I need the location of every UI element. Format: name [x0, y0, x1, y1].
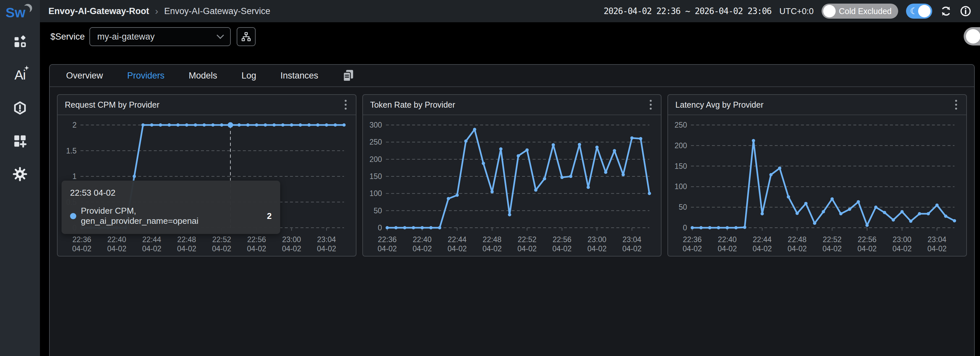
svg-text:23:04: 23:04 — [622, 235, 641, 244]
svg-text:300: 300 — [369, 121, 382, 129]
svg-text:1.5: 1.5 — [66, 146, 76, 155]
svg-text:22:48: 22:48 — [482, 235, 501, 244]
svg-text:04-02: 04-02 — [622, 245, 641, 253]
refresh-icon — [940, 5, 952, 17]
category-icon — [13, 34, 27, 49]
cold-excluded-label: Cold Excluded — [839, 6, 892, 16]
svg-text:23:04: 23:04 — [317, 235, 336, 244]
tab-log[interactable]: Log — [242, 71, 256, 81]
svg-text:22:56: 22:56 — [552, 235, 571, 244]
topology-button[interactable] — [237, 27, 256, 46]
sidebar-item-alerting[interactable] — [11, 100, 29, 116]
sidebar-item-dashboards[interactable] — [11, 33, 29, 50]
svg-text:150: 150 — [369, 172, 382, 181]
svg-text:04-02: 04-02 — [482, 245, 502, 253]
svg-text:04-02: 04-02 — [822, 245, 842, 253]
top-header: Envoy-AI-Gateway-Root › Envoy-AI-Gateway… — [40, 0, 980, 22]
tab-instances[interactable]: Instances — [280, 71, 318, 81]
svg-text:100: 100 — [369, 189, 382, 198]
line-chart-latency-avg[interactable]: 05010015020025022:3604-0222:4004-0222:44… — [668, 115, 966, 256]
tab-models[interactable]: Models — [189, 71, 217, 81]
time-range-picker[interactable]: 2026-04-02 22:36 ~ 2026-04-02 23:06 — [604, 6, 772, 16]
copy-dashboard-button[interactable] — [342, 69, 354, 82]
tab-overview[interactable]: Overview — [66, 71, 103, 81]
sidebar-item-ai[interactable]: Ai — [11, 67, 29, 83]
breadcrumb-root[interactable]: Envoy-AI-Gateway-Root — [48, 6, 149, 16]
svg-text:04-02: 04-02 — [718, 245, 737, 253]
info-icon — [960, 5, 972, 17]
svg-text:23:00: 23:00 — [282, 235, 301, 244]
svg-text:23:00: 23:00 — [892, 235, 912, 244]
svg-text:04-02: 04-02 — [142, 245, 161, 253]
svg-text:04-02: 04-02 — [317, 245, 336, 253]
series-dot-icon — [70, 213, 76, 219]
charts-row: Request CPM by Provider 00.511.5222:3604… — [50, 87, 974, 264]
toggle-knob — [918, 5, 931, 17]
line-chart-token-rate[interactable]: 05010015020025030022:3604-0222:4004-0222… — [363, 115, 661, 256]
kebab-menu-icon[interactable] — [648, 98, 654, 111]
service-label: $Service — [50, 32, 85, 42]
svg-text:250: 250 — [369, 138, 382, 146]
svg-text:04-02: 04-02 — [552, 245, 571, 253]
moon-icon: ☾ — [910, 7, 918, 16]
svg-text:04-02: 04-02 — [107, 245, 126, 253]
chart-card-latency-avg: Latency Avg by Provider 0501001502002502… — [667, 94, 967, 256]
svg-text:22:40: 22:40 — [718, 235, 737, 244]
svg-text:23:00: 23:00 — [587, 235, 606, 244]
svg-text:04-02: 04-02 — [282, 245, 301, 253]
svg-text:04-02: 04-02 — [447, 245, 467, 253]
service-select-value: my-ai-gateway — [97, 32, 155, 42]
info-button[interactable] — [960, 5, 972, 17]
sidebar: Sw Ai — [0, 0, 40, 356]
svg-text:22:40: 22:40 — [107, 235, 126, 244]
ai-icon: Ai — [14, 68, 25, 81]
dark-mode-toggle[interactable]: ☾ — [906, 3, 932, 19]
sitemap-icon — [241, 32, 251, 42]
svg-text:04-02: 04-02 — [788, 245, 807, 253]
alert-hexagon-icon — [13, 100, 27, 116]
svg-text:0: 0 — [683, 224, 687, 232]
timezone-label[interactable]: UTC+0:0 — [780, 6, 814, 16]
svg-text:22:48: 22:48 — [177, 235, 196, 244]
svg-text:04-02: 04-02 — [928, 245, 947, 253]
svg-text:04-02: 04-02 — [72, 245, 92, 253]
chart-tooltip: 22:53 04-02 Provider CPM, gen_ai_provide… — [62, 181, 280, 234]
kebab-menu-icon[interactable] — [343, 98, 348, 111]
svg-text:04-02: 04-02 — [177, 245, 196, 253]
breadcrumb-separator-icon: › — [155, 6, 158, 17]
svg-text:150: 150 — [675, 162, 687, 170]
view-toggle[interactable]: V — [964, 27, 980, 46]
refresh-button[interactable] — [940, 5, 952, 17]
svg-text:200: 200 — [675, 141, 687, 150]
toggle-knob — [966, 29, 980, 43]
svg-text:1: 1 — [72, 172, 76, 181]
chart-card-request-cpm: Request CPM by Provider 00.511.5222:3604… — [57, 94, 356, 256]
kebab-menu-icon[interactable] — [953, 98, 959, 111]
svg-text:22:44: 22:44 — [447, 235, 466, 244]
main-content: Overview Providers Models Log Instances … — [40, 51, 980, 356]
svg-text:22:44: 22:44 — [142, 235, 161, 244]
cold-excluded-toggle[interactable]: Cold Excluded — [822, 3, 898, 19]
svg-text:22:56: 22:56 — [858, 235, 877, 244]
svg-text:22:40: 22:40 — [413, 235, 432, 244]
breadcrumb-current[interactable]: Envoy-AI-Gateway-Service — [164, 6, 270, 16]
svg-text:04-02: 04-02 — [858, 245, 877, 253]
sidebar-item-settings[interactable] — [11, 165, 29, 183]
toggle-knob — [823, 5, 836, 17]
documents-icon — [342, 69, 354, 82]
svg-text:100: 100 — [675, 182, 687, 191]
svg-text:22:48: 22:48 — [788, 235, 807, 244]
skywalking-logo[interactable]: Sw — [5, 3, 35, 22]
service-toolbar: $Service my-ai-gateway V — [40, 22, 980, 51]
tooltip-series: Provider CPM, gen_ai_provider_name=opena… — [81, 206, 253, 226]
svg-text:2: 2 — [72, 121, 76, 129]
sidebar-item-marketplace[interactable] — [11, 132, 29, 149]
svg-text:22:56: 22:56 — [247, 235, 266, 244]
svg-text:22:36: 22:36 — [683, 235, 702, 244]
svg-text:22:52: 22:52 — [823, 235, 842, 244]
tooltip-value: 2 — [267, 211, 272, 221]
service-select[interactable]: my-ai-gateway — [89, 27, 231, 46]
tab-providers[interactable]: Providers — [127, 71, 165, 81]
sparkle-icon — [24, 65, 29, 71]
chart-title: Request CPM by Provider — [65, 100, 159, 110]
